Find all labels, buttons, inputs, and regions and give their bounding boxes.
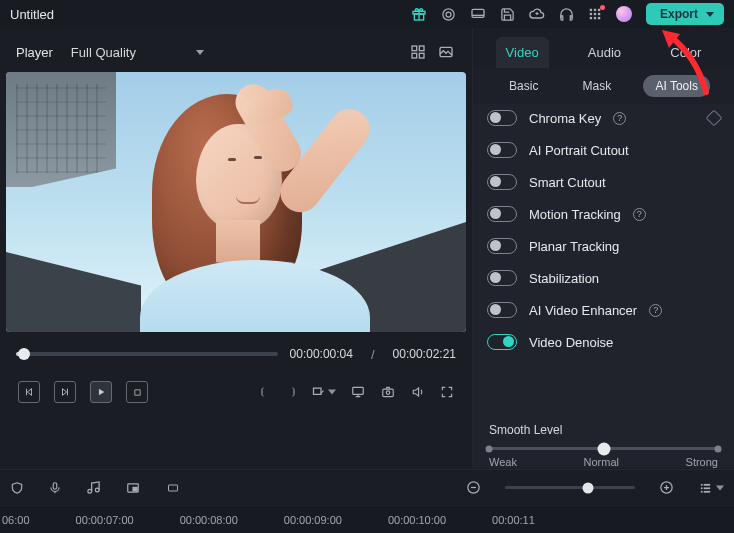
tab-ai-tools[interactable]: AI Tools xyxy=(643,75,709,97)
toggle-ai portrait cutout[interactable] xyxy=(487,142,517,158)
smooth-level-title: Smooth Level xyxy=(489,423,718,437)
zoom-in-icon[interactable] xyxy=(659,480,674,495)
volume-icon[interactable] xyxy=(410,385,426,399)
preview-canvas[interactable] xyxy=(6,72,466,332)
svg-rect-13 xyxy=(598,17,600,19)
tab-color[interactable]: Color xyxy=(660,37,711,68)
svg-rect-16 xyxy=(412,53,417,58)
ai-tool-label: Chroma Key xyxy=(529,111,601,126)
save-icon[interactable] xyxy=(500,7,515,22)
ai-tool-row: Video Denoise xyxy=(487,334,720,350)
help-icon[interactable]: ? xyxy=(649,304,662,317)
svg-rect-8 xyxy=(590,13,592,15)
toggle-planar tracking[interactable] xyxy=(487,238,517,254)
svg-point-23 xyxy=(386,391,390,395)
display-icon[interactable] xyxy=(350,385,366,399)
svg-rect-35 xyxy=(704,487,710,489)
export-button[interactable]: Export xyxy=(646,3,724,25)
zoom-out-icon[interactable] xyxy=(466,480,481,495)
smooth-label-strong: Strong xyxy=(686,456,718,468)
quality-value: Full Quality xyxy=(71,45,136,60)
screen-icon[interactable] xyxy=(470,6,486,22)
markers-icon[interactable] xyxy=(311,385,336,400)
svg-rect-28 xyxy=(133,487,137,491)
timeline-mark: 00:00:08:00 xyxy=(180,514,238,526)
mark-in-icon[interactable] xyxy=(259,385,271,399)
shield-icon[interactable] xyxy=(10,480,24,496)
cloud-icon[interactable] xyxy=(529,6,545,22)
smooth-thumb[interactable] xyxy=(597,442,610,455)
ai-tool-label: Video Denoise xyxy=(529,335,613,350)
svg-rect-7 xyxy=(598,9,600,11)
toggle-video denoise[interactable] xyxy=(487,334,517,350)
svg-point-3 xyxy=(446,12,451,17)
ai-tool-label: Stabilization xyxy=(529,271,599,286)
zoom-thumb[interactable] xyxy=(583,482,594,493)
help-icon[interactable]: ? xyxy=(633,208,646,221)
player-header: Player Full Quality xyxy=(6,34,466,70)
ai-tools-list: Chroma Key?AI Portrait CutoutSmart Cutou… xyxy=(473,104,734,415)
ai-tool-label: AI Portrait Cutout xyxy=(529,143,629,158)
smooth-labels: Weak Normal Strong xyxy=(489,456,718,468)
mark-out-icon[interactable] xyxy=(285,385,297,399)
toggle-motion tracking[interactable] xyxy=(487,206,517,222)
pip-icon[interactable] xyxy=(125,481,141,495)
ai-tool-row: Chroma Key? xyxy=(487,110,720,126)
svg-rect-32 xyxy=(701,483,703,485)
ai-tool-label: Motion Tracking xyxy=(529,207,621,222)
ai-tool-label: AI Video Enhancer xyxy=(529,303,637,318)
top-right-actions: Export xyxy=(411,3,724,25)
timeline-mark: 00:00:07:00 xyxy=(76,514,134,526)
smooth-slider[interactable] xyxy=(489,447,718,450)
fullscreen-icon[interactable] xyxy=(440,385,454,399)
ai-tool-row: Planar Tracking xyxy=(487,238,720,254)
player-tab-label: Player xyxy=(16,45,53,60)
smooth-level-block: Smooth Level Weak Normal Strong xyxy=(473,415,734,468)
svg-point-2 xyxy=(443,8,454,19)
svg-rect-9 xyxy=(594,13,596,15)
zoom-slider[interactable] xyxy=(505,486,635,489)
keyframe-diamond-icon[interactable] xyxy=(706,110,723,127)
next-frame-button[interactable] xyxy=(54,381,76,403)
snapshot-icon[interactable] xyxy=(380,385,396,399)
svg-rect-19 xyxy=(134,389,139,394)
tabs-secondary: Basic Mask AI Tools xyxy=(473,68,734,104)
grid-view-icon[interactable] xyxy=(410,44,426,60)
total-time: 00:00:02:21 xyxy=(393,347,456,361)
toggle-smart cutout[interactable] xyxy=(487,174,517,190)
headphones-icon[interactable] xyxy=(559,7,574,22)
smooth-label-weak: Weak xyxy=(489,456,517,468)
music-icon[interactable] xyxy=(86,480,101,495)
prev-frame-button[interactable] xyxy=(18,381,40,403)
timeline-tools xyxy=(0,469,734,505)
play-button[interactable] xyxy=(90,381,112,403)
toggle-stabilization[interactable] xyxy=(487,270,517,286)
svg-point-26 xyxy=(95,488,99,492)
svg-rect-12 xyxy=(594,17,596,19)
stop-button[interactable] xyxy=(126,381,148,403)
timeline-mark: 06:00 xyxy=(2,514,30,526)
help-icon[interactable]: ? xyxy=(613,112,626,125)
tab-basic[interactable]: Basic xyxy=(497,75,550,97)
svg-rect-10 xyxy=(598,13,600,15)
tab-mask[interactable]: Mask xyxy=(571,75,624,97)
gift-icon[interactable] xyxy=(411,6,427,22)
svg-rect-11 xyxy=(590,17,592,19)
record-icon[interactable] xyxy=(441,7,456,22)
avatar[interactable] xyxy=(616,6,632,22)
apps-icon[interactable] xyxy=(588,7,602,21)
chevron-down-icon xyxy=(196,50,204,55)
tab-video[interactable]: Video xyxy=(496,37,549,68)
timeline-ruler[interactable]: 06:0000:00:07:0000:00:08:0000:00:09:0000… xyxy=(0,505,734,533)
quality-dropdown[interactable]: Full Quality xyxy=(71,45,204,60)
aspect-icon[interactable] xyxy=(165,482,181,494)
toggle-ai video enhancer[interactable] xyxy=(487,302,517,318)
image-view-icon[interactable] xyxy=(438,44,454,60)
scrub-thumb[interactable] xyxy=(18,348,30,360)
mic-icon[interactable] xyxy=(48,480,62,496)
top-bar: Untitled Export xyxy=(0,0,734,28)
toggle-chroma key[interactable] xyxy=(487,110,517,126)
scrub-track[interactable] xyxy=(16,352,278,356)
list-menu-icon[interactable] xyxy=(698,481,724,495)
tab-audio[interactable]: Audio xyxy=(578,37,631,68)
